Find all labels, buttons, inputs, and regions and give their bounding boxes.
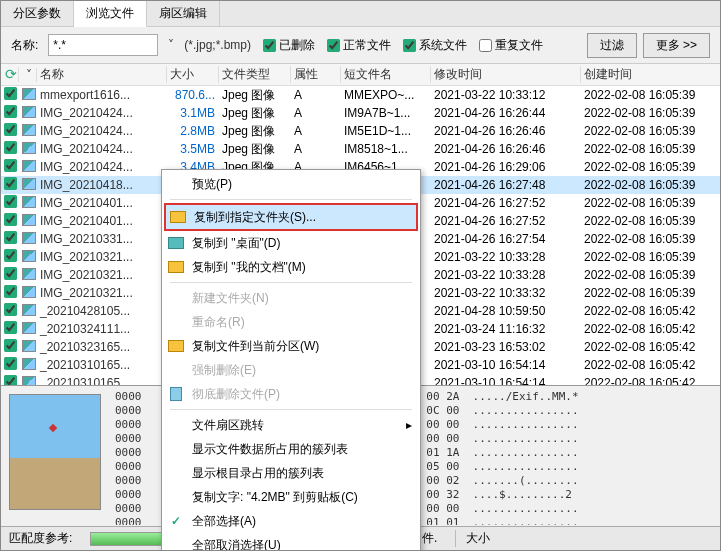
cell-attr: A [291,106,341,120]
cell-name: IMG_20210418... [37,178,167,192]
row-checkbox[interactable] [4,141,17,154]
menu-copy-partition[interactable]: 复制文件到当前分区(W) [164,334,418,358]
cell-name: _20210324111... [37,322,167,336]
cell-name: _20210310165... [37,376,167,385]
more-button[interactable]: 更多 >> [643,33,710,58]
check-icon [168,513,184,529]
cell-ctime: 2022-02-08 16:05:39 [581,142,720,156]
col-attr[interactable]: 属性 [291,66,341,83]
cell-mtime: 2021-04-26 16:29:06 [431,160,581,174]
thumbnail-image [9,394,101,510]
image-icon [22,123,36,137]
chk-deleted[interactable]: 已删除 [263,37,315,54]
folder-icon [168,259,184,275]
row-checkbox[interactable] [4,321,17,334]
cell-ctime: 2022-02-08 16:05:42 [581,322,720,336]
menu-rename: 重命名(R) [164,310,418,334]
cell-mtime: 2021-03-10 16:54:14 [431,358,581,372]
cell-ctime: 2022-02-08 16:05:39 [581,286,720,300]
menu-deselect-all[interactable]: 全部取消选择(U) [164,533,418,551]
trash-icon [168,386,184,402]
menu-copy-to-folder[interactable]: 复制到指定文件夹(S)... [164,203,418,231]
row-checkbox[interactable] [4,195,17,208]
menu-sector-jump[interactable]: 文件扇区跳转▸ [164,413,418,437]
filter-button[interactable]: 过滤 [587,33,637,58]
cell-name: IMG_20210424... [37,142,167,156]
row-checkbox[interactable] [4,375,17,385]
image-icon [22,357,36,371]
dropdown-icon[interactable] [164,38,178,52]
cell-size: 870.6... [167,88,219,102]
row-checkbox[interactable] [4,177,17,190]
table-row[interactable]: IMG_20210424...3.1MBJpeg 图像AIM9A7B~1...2… [1,104,720,122]
col-name[interactable]: 名称 [37,66,167,83]
table-row[interactable]: IMG_20210424...2.8MBJpeg 图像AIM5E1D~1...2… [1,122,720,140]
row-checkbox[interactable] [4,87,17,100]
chk-system[interactable]: 系统文件 [403,37,467,54]
cell-type: Jpeg 图像 [219,141,291,158]
image-icon [22,321,36,335]
menu-copy-docs[interactable]: 复制到 "我的文档"(M) [164,255,418,279]
col-mtime[interactable]: 修改时间 [431,66,581,83]
cell-ctime: 2022-02-08 16:05:39 [581,214,720,228]
pattern-input[interactable] [48,34,158,56]
menu-preview[interactable]: 预览(P) [164,172,418,196]
chk-normal[interactable]: 正常文件 [327,37,391,54]
menu-copy-text[interactable]: 复制文字: "4.2MB" 到剪贴板(C) [164,485,418,509]
col-type[interactable]: 文件类型 [219,66,291,83]
cell-ctime: 2022-02-08 16:05:39 [581,232,720,246]
expand-icon[interactable] [22,68,36,82]
row-checkbox[interactable] [4,285,17,298]
cell-ctime: 2022-02-08 16:05:39 [581,250,720,264]
size-label: 大小 [455,530,490,547]
row-checkbox[interactable] [4,105,17,118]
grid-header: 名称 大小 文件类型 属性 短文件名 修改时间 创建时间 [1,64,720,86]
menu-copy-desktop[interactable]: 复制到 "桌面"(D) [164,231,418,255]
col-size[interactable]: 大小 [167,66,219,83]
row-checkbox[interactable] [4,267,17,280]
row-checkbox[interactable] [4,213,17,226]
row-checkbox[interactable] [4,303,17,316]
cell-ctime: 2022-02-08 16:05:39 [581,196,720,210]
cell-name: _20210310165... [37,358,167,372]
cell-mtime: 2021-03-22 10:33:28 [431,268,581,282]
cell-short: IM5E1D~1... [341,124,431,138]
cell-mtime: 2021-04-28 10:59:50 [431,304,581,318]
col-ctime[interactable]: 创建时间 [581,66,720,83]
row-checkbox[interactable] [4,357,17,370]
image-icon [22,285,36,299]
row-checkbox[interactable] [4,339,17,352]
tab-bar: 分区参数 浏览文件 扇区编辑 [1,1,720,27]
tab-partition-params[interactable]: 分区参数 [1,1,74,26]
table-row[interactable]: IMG_20210424...3.5MBJpeg 图像AIM8518~1...2… [1,140,720,158]
cell-name: _20210428105... [37,304,167,318]
tab-sector-edit[interactable]: 扇区编辑 [147,1,220,26]
cell-size: 3.5MB [167,142,219,156]
cell-name: mmexport1616... [37,88,167,102]
cell-name: IMG_20210401... [37,196,167,210]
menu-select-all[interactable]: 全部选择(A) [164,509,418,533]
table-row[interactable]: mmexport1616...870.6...Jpeg 图像AMMEXPO~..… [1,86,720,104]
menu-root-clusters[interactable]: 显示根目录占用的簇列表 [164,461,418,485]
row-checkbox[interactable] [4,231,17,244]
image-icon [22,159,36,173]
row-checkbox[interactable] [4,123,17,136]
refresh-icon[interactable] [4,67,18,81]
chk-dup[interactable]: 重复文件 [479,37,543,54]
menu-new-folder: 新建文件夹(N) [164,286,418,310]
tab-browse-files[interactable]: 浏览文件 [74,1,147,27]
cell-name: _20210323165... [37,340,167,354]
cell-short: IM8518~1... [341,142,431,156]
cell-mtime: 2021-03-22 10:33:28 [431,250,581,264]
cell-short: IM9A7B~1... [341,106,431,120]
menu-clusters[interactable]: 显示文件数据所占用的簇列表 [164,437,418,461]
row-checkbox[interactable] [4,249,17,262]
cell-size: 2.8MB [167,124,219,138]
cell-ctime: 2022-02-08 16:05:42 [581,376,720,385]
col-short[interactable]: 短文件名 [341,66,431,83]
row-checkbox[interactable] [4,159,17,172]
cell-attr: A [291,88,341,102]
cell-short: MMEXPO~... [341,88,431,102]
menu-force-delete: 强制删除(E) [164,358,418,382]
cell-mtime: 2021-04-26 16:27:48 [431,178,581,192]
